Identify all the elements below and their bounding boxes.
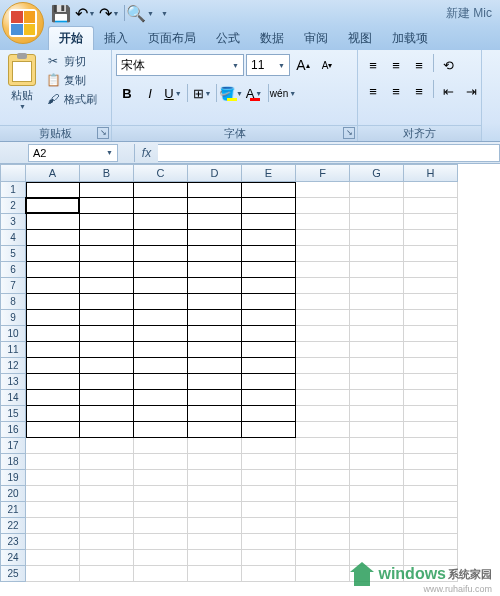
cell[interactable]	[350, 374, 404, 390]
cell[interactable]	[26, 310, 80, 326]
row-header[interactable]: 12	[0, 358, 26, 374]
increase-indent-button[interactable]: ⇥	[460, 80, 482, 102]
row-header[interactable]: 22	[0, 518, 26, 534]
cell[interactable]	[296, 422, 350, 438]
cell[interactable]	[350, 438, 404, 454]
cell[interactable]	[134, 374, 188, 390]
column-header[interactable]: A	[26, 164, 80, 182]
cell[interactable]	[404, 454, 458, 470]
cell[interactable]	[134, 310, 188, 326]
cell[interactable]	[26, 566, 80, 582]
row-header[interactable]: 3	[0, 214, 26, 230]
cell[interactable]	[80, 326, 134, 342]
row-header[interactable]: 16	[0, 422, 26, 438]
cell[interactable]	[80, 358, 134, 374]
column-header[interactable]: C	[134, 164, 188, 182]
cell[interactable]	[80, 502, 134, 518]
cell[interactable]	[404, 518, 458, 534]
cell[interactable]	[404, 406, 458, 422]
cell[interactable]	[188, 198, 242, 214]
cell[interactable]	[80, 518, 134, 534]
row-header[interactable]: 9	[0, 310, 26, 326]
cell[interactable]	[188, 534, 242, 550]
dialog-launcher[interactable]: ↘	[97, 127, 109, 139]
cell[interactable]	[26, 246, 80, 262]
cell[interactable]	[404, 422, 458, 438]
cell[interactable]	[26, 534, 80, 550]
cell[interactable]	[26, 518, 80, 534]
cell[interactable]	[134, 406, 188, 422]
align-top-button[interactable]: ≡	[362, 54, 384, 76]
cell[interactable]	[296, 326, 350, 342]
cell[interactable]	[26, 486, 80, 502]
cell[interactable]	[26, 502, 80, 518]
cell[interactable]	[80, 214, 134, 230]
cell[interactable]	[296, 454, 350, 470]
cell[interactable]	[242, 550, 296, 566]
cell[interactable]	[350, 406, 404, 422]
name-box[interactable]: A2▼	[28, 144, 118, 162]
orientation-button[interactable]: ⟲	[437, 54, 459, 76]
fill-color-button[interactable]: 🪣▼	[220, 82, 242, 104]
cell[interactable]	[134, 454, 188, 470]
cell[interactable]	[188, 454, 242, 470]
cell[interactable]	[350, 518, 404, 534]
row-header[interactable]: 11	[0, 342, 26, 358]
cell[interactable]	[134, 518, 188, 534]
cell[interactable]	[350, 454, 404, 470]
column-header[interactable]: G	[350, 164, 404, 182]
cell[interactable]	[188, 326, 242, 342]
row-header[interactable]: 23	[0, 534, 26, 550]
cell[interactable]	[296, 246, 350, 262]
cell[interactable]	[404, 182, 458, 198]
row-header[interactable]: 25	[0, 566, 26, 582]
cell[interactable]	[242, 390, 296, 406]
cell[interactable]	[188, 566, 242, 582]
cell[interactable]	[350, 230, 404, 246]
format-painter-button[interactable]: 🖌格式刷	[42, 90, 100, 108]
cell[interactable]	[188, 262, 242, 278]
cell[interactable]	[242, 246, 296, 262]
column-header[interactable]: H	[404, 164, 458, 182]
cell[interactable]	[26, 214, 80, 230]
cell[interactable]	[134, 214, 188, 230]
cell[interactable]	[80, 550, 134, 566]
cell[interactable]	[242, 422, 296, 438]
cell[interactable]	[134, 566, 188, 582]
cell[interactable]	[242, 262, 296, 278]
cell[interactable]	[80, 198, 134, 214]
cell[interactable]	[404, 310, 458, 326]
cell[interactable]	[188, 310, 242, 326]
cell[interactable]	[188, 438, 242, 454]
row-header[interactable]: 10	[0, 326, 26, 342]
row-header[interactable]: 19	[0, 470, 26, 486]
cell[interactable]	[296, 262, 350, 278]
cell[interactable]	[134, 198, 188, 214]
cell[interactable]	[404, 470, 458, 486]
bold-button[interactable]: B	[116, 82, 138, 104]
align-right-button[interactable]: ≡	[408, 80, 430, 102]
cell[interactable]	[242, 534, 296, 550]
dialog-launcher[interactable]: ↘	[343, 127, 355, 139]
borders-button[interactable]: ⊞▼	[191, 82, 213, 104]
cell[interactable]	[26, 454, 80, 470]
cell[interactable]	[134, 182, 188, 198]
cell[interactable]	[350, 310, 404, 326]
cell[interactable]	[404, 438, 458, 454]
cell[interactable]	[26, 198, 80, 214]
cell[interactable]	[134, 550, 188, 566]
cell[interactable]	[80, 262, 134, 278]
font-size-combo[interactable]: 11▼	[246, 54, 290, 76]
cell[interactable]	[242, 198, 296, 214]
cell[interactable]	[80, 342, 134, 358]
cell[interactable]	[296, 566, 350, 582]
cell[interactable]	[188, 486, 242, 502]
cell[interactable]	[350, 198, 404, 214]
cell[interactable]	[242, 342, 296, 358]
cell[interactable]	[350, 390, 404, 406]
cell[interactable]	[350, 182, 404, 198]
cell[interactable]	[404, 502, 458, 518]
cell[interactable]	[350, 342, 404, 358]
tab-formulas[interactable]: 公式	[206, 27, 250, 50]
cell[interactable]	[80, 182, 134, 198]
